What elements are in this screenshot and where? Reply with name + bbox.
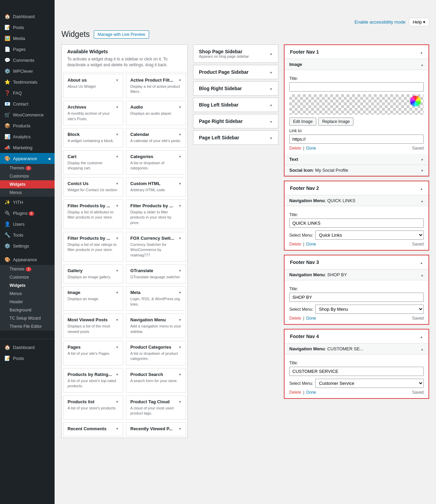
- sidebar-item-users[interactable]: 👤 Users: [0, 219, 55, 229]
- widget-item[interactable]: Filter Products by ... Display a slider …: [126, 199, 186, 229]
- widget-item[interactable]: Meta Login, RSS, & WordPress.org links.: [126, 286, 186, 311]
- delete-link[interactable]: Delete: [289, 146, 301, 151]
- delete-link[interactable]: Delete: [289, 242, 301, 247]
- sidebar-item-posts[interactable]: 📝 Posts: [0, 22, 55, 33]
- manage-live-preview-button[interactable]: Manage with Live Preview: [94, 30, 149, 39]
- sidebar-item-woocommerce[interactable]: 🛒 WooCommerce: [0, 109, 55, 120]
- social-widget-row[interactable]: Social Icon: My Social Profile: [285, 165, 428, 176]
- widget-item[interactable]: Contct Us Widget for Contact Us section: [63, 177, 123, 196]
- sidebar-item-analytics[interactable]: 📊 Analytics: [0, 131, 55, 142]
- sidebar-item-settings[interactable]: ⚙️ Settings: [0, 240, 55, 251]
- nav-widget-row[interactable]: Navigation Menu: CUSTOMER SE...: [285, 344, 428, 354]
- delete-link[interactable]: Delete: [289, 390, 301, 395]
- sidebar-item-testimonials[interactable]: ⭐ Testimonials: [0, 76, 55, 87]
- replace-image-button[interactable]: Replace Image: [318, 117, 353, 126]
- widget-item[interactable]: Block A widget containing a block.: [63, 128, 123, 147]
- widget-item[interactable]: Products list A list of your store's pro…: [63, 395, 123, 420]
- sidebar-sub-menus2[interactable]: Menus: [0, 290, 55, 298]
- select-menu-field[interactable]: Quick LinksShop By MenuCustomer Service: [315, 305, 424, 314]
- widget-item[interactable]: Filter Products by ... Display a list of…: [63, 199, 123, 229]
- select-menu-field[interactable]: Quick LinksShop By MenuCustomer Service: [315, 230, 424, 240]
- footer-collapse-icon[interactable]: [420, 186, 423, 191]
- nav-widget-row[interactable]: Navigation Menu: SHOP BY: [285, 269, 428, 280]
- done-link[interactable]: Done: [306, 146, 316, 151]
- image-widget-row[interactable]: Image: [285, 59, 428, 70]
- sidebar-sub-themes1[interactable]: Themes 3: [0, 164, 55, 172]
- footer-collapse-icon[interactable]: [420, 50, 423, 55]
- accessibility-link[interactable]: Enable accessibility mode: [354, 19, 406, 25]
- sidebar-item-media[interactable]: 🖼️ Media: [0, 33, 55, 44]
- sidebar-sub-customize2[interactable]: Customize: [0, 273, 55, 281]
- sidebar-sub-header[interactable]: Header: [0, 298, 55, 306]
- widget-item[interactable]: Product Categories A list or dropdown of…: [126, 341, 186, 365]
- nav-title-input[interactable]: [289, 219, 424, 228]
- done-link[interactable]: Done: [306, 316, 316, 321]
- help-button[interactable]: Help ▾: [409, 18, 429, 26]
- sidebar-item-yith[interactable]: ✨ YITH: [0, 197, 55, 208]
- footer-collapse-icon[interactable]: [420, 334, 423, 339]
- widget-item[interactable]: Categories A list or dropdown of categor…: [126, 150, 186, 175]
- widget-item[interactable]: Navigation Menu Add a navigation menu to…: [126, 313, 186, 338]
- link-input[interactable]: [289, 135, 424, 144]
- sidebar-item-products[interactable]: 📦 Products: [0, 120, 55, 131]
- sidebar-item-plugins[interactable]: 🔌 Plugins 6: [0, 208, 55, 219]
- widget-item[interactable]: Recently Viewed P...: [126, 422, 186, 436]
- text-widget-row[interactable]: Text: [285, 154, 428, 165]
- widget-item[interactable]: Pages A list of your site's Pages.: [63, 341, 123, 365]
- sidebar-sub-menus1[interactable]: Menus: [0, 188, 55, 197]
- footer-collapse-icon[interactable]: [420, 260, 423, 265]
- sidebar-bottom-posts[interactable]: 📝 Posts: [0, 353, 55, 364]
- widget-item[interactable]: Image Displays an image.: [63, 286, 123, 311]
- widget-item[interactable]: Product Tag Cloud A cloud of your most u…: [126, 395, 186, 420]
- image-title-input[interactable]: [289, 82, 424, 92]
- sidebar-sub-widgets2[interactable]: Widgets: [0, 281, 55, 290]
- select-menu-field[interactable]: Quick LinksShop By MenuCustomer Service: [315, 379, 424, 388]
- sidebar-widget-header[interactable]: Blog Left Sidebar: [193, 98, 278, 112]
- widget-item[interactable]: Archives A monthly archive of your site'…: [63, 101, 123, 125]
- sidebar-widget-header[interactable]: Page Left Sidebar: [193, 131, 278, 144]
- widget-item[interactable]: Product Search A search form for your st…: [126, 368, 186, 393]
- widget-item[interactable]: Active Product Filt... Display a list of…: [126, 74, 186, 98]
- sidebar-widget-header[interactable]: Blog Right Sidebar: [193, 82, 278, 95]
- widget-item[interactable]: Custom HTML Arbitrary HTML code.: [126, 177, 186, 196]
- sidebar-item-appearance2[interactable]: 🎨 Appearance: [0, 254, 55, 265]
- edit-image-button[interactable]: Edit Image: [289, 117, 316, 126]
- sidebar-item-comments[interactable]: 💬 Comments: [0, 55, 55, 66]
- widget-item[interactable]: GTranslate GTranslate language switcher: [126, 264, 186, 283]
- sidebar-sub-themes2[interactable]: Themes 3: [0, 265, 55, 273]
- widget-item[interactable]: Audio Displays an audio player.: [126, 101, 186, 125]
- sidebar-item-marketing[interactable]: 📣 Marketing: [0, 142, 55, 153]
- sidebar-item-dashboard[interactable]: 🏠 Dashboard: [0, 11, 55, 22]
- widget-item[interactable]: FOX Currency Swit... Currency Switcher f…: [126, 232, 186, 262]
- widget-item[interactable]: About us About Us Widget: [63, 74, 123, 98]
- sidebar-widget-header[interactable]: Shop Page Sidebar Appears on blog page s…: [193, 45, 278, 62]
- sidebar-sub-customize1[interactable]: Customize: [0, 172, 55, 180]
- sidebar-widget-header[interactable]: Page Right Sidebar: [193, 114, 278, 128]
- sidebar-item-contact[interactable]: 📧 Contact: [0, 98, 55, 109]
- widget-item[interactable]: Most Viewed Posts Displays a list of the…: [63, 313, 123, 338]
- sidebar-sub-background[interactable]: Background: [0, 306, 55, 314]
- widget-item[interactable]: Filter Products by ... Display a list of…: [63, 232, 123, 262]
- sidebar-sub-theme-file[interactable]: Theme File Editor: [0, 322, 55, 331]
- sidebar-sub-widgets1[interactable]: Widgets: [0, 180, 55, 188]
- sidebar-item-wpclever[interactable]: ⚙️ WPClever: [0, 66, 55, 76]
- done-link[interactable]: Done: [306, 242, 316, 247]
- sidebar-item-pages[interactable]: 📄 Pages: [0, 44, 55, 55]
- widget-item[interactable]: Cart Display the customer shopping cart.: [63, 150, 123, 175]
- widget-item[interactable]: Gallery Displays an image gallery.: [63, 264, 123, 283]
- widget-item[interactable]: Products by Rating... A list of your sto…: [63, 368, 123, 393]
- sidebar-item-tools[interactable]: 🔧 Tools: [0, 229, 55, 240]
- widget-name: Gallery: [68, 268, 83, 273]
- nav-widget-row[interactable]: Navigation Menu: QUICK LINKS: [285, 195, 428, 206]
- delete-link[interactable]: Delete: [289, 316, 301, 321]
- done-link[interactable]: Done: [306, 390, 316, 395]
- widget-item[interactable]: Calendar A calendar of your site's posts…: [126, 128, 186, 147]
- sidebar-item-appearance[interactable]: 🎨 Appearance ◀: [0, 153, 55, 164]
- sidebar-bottom-dashboard[interactable]: 🏠 Dashboard: [0, 342, 55, 353]
- widget-item[interactable]: Recent Comments: [63, 422, 123, 436]
- sidebar-item-faq[interactable]: ❓ FAQ: [0, 87, 55, 98]
- nav-title-input[interactable]: [289, 293, 424, 302]
- nav-title-input[interactable]: [289, 367, 424, 376]
- sidebar-sub-tc-setup[interactable]: TC Setup Wizard: [0, 314, 55, 322]
- sidebar-widget-header[interactable]: Product Page Sidebar: [193, 65, 278, 79]
